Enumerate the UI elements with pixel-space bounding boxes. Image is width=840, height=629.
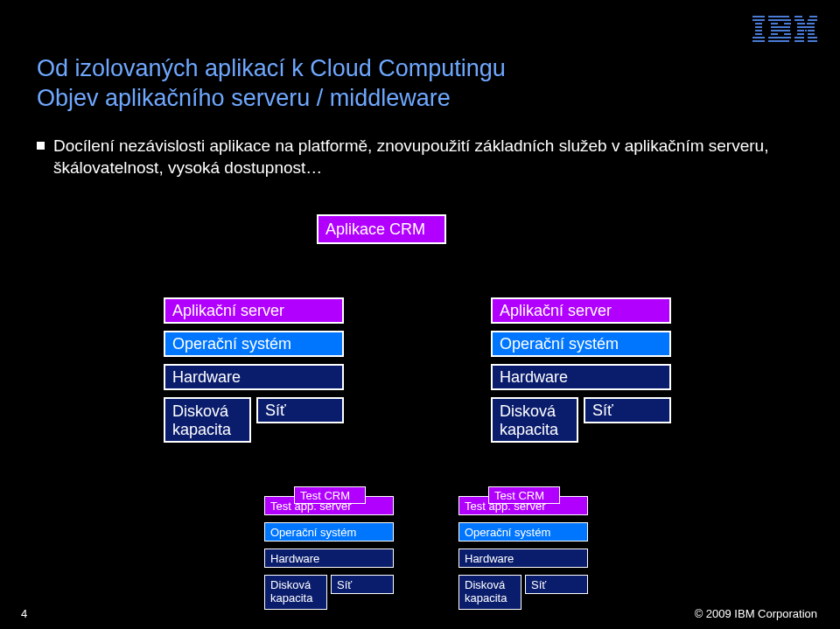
svg-rect-9	[768, 19, 791, 21]
box-app-server-left: Aplikační server	[164, 297, 344, 324]
svg-rect-10	[771, 23, 778, 24]
box-net-right: Síť	[584, 397, 671, 423]
bullet-text: Docílení nezávislosti aplikace na platfo…	[53, 136, 771, 178]
page-title: Od izolovaných aplikací k Cloud Computin…	[37, 54, 506, 114]
svg-rect-22	[797, 23, 805, 24]
svg-rect-24	[797, 26, 815, 28]
svg-rect-14	[771, 33, 778, 35]
box-hw-left: Hardware	[164, 364, 344, 390]
svg-rect-28	[797, 33, 804, 35]
svg-rect-25	[797, 30, 804, 31]
svg-rect-20	[794, 19, 804, 21]
label: Disková kapacita	[500, 402, 558, 439]
label: Hardware	[270, 552, 319, 565]
svg-rect-27	[808, 30, 815, 31]
svg-rect-4	[755, 30, 762, 31]
box-hw-right: Hardware	[491, 364, 671, 390]
svg-rect-6	[752, 37, 765, 38]
svg-rect-0	[752, 16, 765, 17]
box-test-hw-left: Hardware	[264, 549, 394, 568]
box-net-left: Síť	[256, 397, 344, 423]
svg-rect-3	[755, 26, 762, 28]
label: Disková kapacita	[270, 578, 312, 605]
label: Aplikační server	[172, 302, 284, 320]
svg-rect-15	[784, 33, 791, 35]
box-disk-right: Disková kapacita	[491, 397, 578, 443]
label-app-crm: Aplikace CRM	[326, 220, 425, 239]
box-test-crm-left: Test CRM	[294, 486, 366, 504]
label: Test CRM	[300, 489, 350, 502]
label: Síť	[531, 578, 546, 591]
box-test-net-left: Síť	[331, 575, 394, 594]
label: Síť	[592, 402, 613, 420]
box-os-left: Operační systém	[164, 331, 344, 357]
svg-rect-2	[755, 23, 762, 24]
label: Operační systém	[172, 335, 291, 353]
title-line-1: Od izolovaných aplikací k Cloud Computin…	[37, 55, 506, 81]
box-test-net-right: Síť	[525, 575, 588, 594]
label: Aplikační server	[500, 302, 612, 320]
box-test-os-right: Operační systém	[458, 522, 588, 542]
copyright: © 2009 IBM Corporation	[695, 607, 817, 620]
svg-rect-23	[807, 23, 815, 24]
page-number: 4	[21, 607, 27, 620]
label: Hardware	[500, 368, 568, 387]
svg-rect-8	[768, 16, 789, 17]
svg-rect-18	[794, 16, 802, 17]
svg-rect-32	[794, 40, 804, 42]
label: Hardware	[465, 552, 514, 565]
svg-rect-17	[768, 40, 789, 42]
box-os-right: Operační systém	[491, 331, 671, 357]
label: Disková kapacita	[465, 578, 507, 605]
label: Operační systém	[270, 526, 356, 539]
box-test-disk-left: Disková kapacita	[264, 575, 327, 610]
svg-rect-12	[771, 26, 790, 28]
box-test-crm-right: Test CRM	[488, 486, 560, 504]
svg-rect-29	[808, 33, 815, 35]
title-line-2: Objev aplikačního serveru / middleware	[37, 84, 506, 114]
svg-rect-19	[809, 16, 817, 17]
bullet-item: Docílení nezávislosti aplikace na platfo…	[37, 136, 771, 178]
svg-rect-1	[752, 19, 765, 21]
svg-rect-33	[808, 40, 817, 42]
svg-rect-11	[784, 23, 791, 24]
svg-rect-26	[805, 30, 807, 31]
label: Operační systém	[500, 335, 619, 353]
svg-rect-16	[768, 37, 791, 38]
svg-rect-5	[755, 33, 762, 35]
label: Test CRM	[494, 489, 544, 502]
label: Síť	[337, 578, 352, 591]
svg-rect-13	[771, 30, 790, 31]
label: Operační systém	[465, 526, 550, 539]
slide: Od izolovaných aplikací k Cloud Computin…	[0, 0, 840, 629]
svg-rect-7	[752, 40, 765, 42]
bullet-marker-icon	[37, 142, 45, 150]
label: Hardware	[172, 368, 241, 387]
box-app-crm: Aplikace CRM	[317, 214, 446, 244]
svg-rect-31	[808, 37, 817, 38]
box-app-server-right: Aplikační server	[491, 297, 671, 324]
ibm-logo	[752, 16, 817, 42]
box-disk-left: Disková kapacita	[164, 397, 251, 443]
label: Síť	[265, 402, 286, 420]
bullet-list: Docílení nezávislosti aplikace na platfo…	[37, 136, 771, 178]
label: Disková kapacita	[172, 402, 231, 439]
box-test-os-left: Operační systém	[264, 522, 394, 542]
box-test-disk-right: Disková kapacita	[458, 575, 522, 610]
svg-rect-21	[808, 19, 817, 21]
svg-rect-30	[794, 37, 804, 38]
box-test-hw-right: Hardware	[458, 549, 588, 568]
